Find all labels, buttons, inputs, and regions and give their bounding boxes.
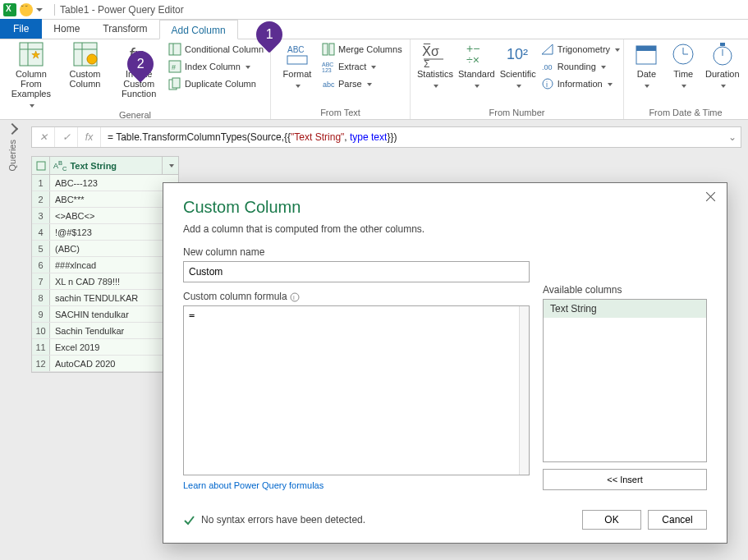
cell[interactable]: SACHIN tendulkar (50, 306, 178, 322)
syntax-message: No syntax errors have been detected. (201, 514, 365, 526)
group-from-number-label: From Number (417, 108, 617, 119)
svg-text:.00: .00 (542, 63, 553, 71)
row-number: 7 (32, 273, 50, 289)
chevron-right-icon (7, 123, 18, 135)
svg-text:Σ: Σ (424, 58, 429, 70)
formula-accept-icon[interactable]: ✓ (55, 127, 78, 147)
cell[interactable]: ABC---123 (50, 175, 178, 190)
table-row[interactable]: 5(ABC) (32, 241, 178, 257)
insert-button[interactable]: << Insert (543, 469, 707, 490)
table-row[interactable]: 10Sachin Tendulkar (32, 323, 178, 339)
column-from-examples-button[interactable]: Column From Examples (7, 41, 56, 110)
conditional-column-button[interactable]: Conditional Column (168, 41, 264, 57)
formula-cancel-icon[interactable]: ✕ (32, 127, 55, 147)
index-column-button[interactable]: # Index Column (168, 58, 264, 75)
formula-editor (183, 305, 530, 475)
cancel-button[interactable]: Cancel (648, 510, 707, 530)
dropdown-icon (719, 80, 726, 90)
cell[interactable]: !@#$123 (50, 224, 178, 240)
svg-rect-17 (323, 44, 328, 55)
dropdown-icon (473, 80, 480, 90)
ok-button[interactable]: OK (582, 510, 641, 530)
table-row[interactable]: 11Excel 2019 (32, 339, 178, 356)
queries-pane-collapsed[interactable]: Queries (0, 120, 25, 560)
fx-icon[interactable]: fx (78, 127, 101, 147)
table-row[interactable]: 9SACHIN tendulkar (32, 306, 178, 323)
tab-transform[interactable]: Transform (91, 19, 158, 39)
duration-button[interactable]: Duration (704, 41, 741, 90)
table-row[interactable]: 7XL n CAD 789!!! (32, 273, 178, 290)
cell[interactable]: <>ABC<> (50, 208, 178, 223)
trigonometry-button[interactable]: Trigonometry (541, 41, 620, 57)
rounding-button[interactable]: .00 Rounding (541, 58, 620, 75)
column-filter-button[interactable] (162, 157, 178, 174)
standard-label: Standard (458, 69, 495, 79)
tab-add-column[interactable]: Add Column (159, 20, 238, 39)
new-column-name-input[interactable] (183, 261, 530, 282)
svg-text:ABC: ABC (322, 62, 333, 67)
standard-button[interactable]: +−÷× Standard (458, 41, 495, 90)
format-button[interactable]: ABC Format (278, 41, 317, 90)
tab-home[interactable]: Home (42, 19, 91, 39)
table-row[interactable]: 1ABC---123 (32, 175, 178, 191)
table-row[interactable]: 4!@#$123 (32, 224, 178, 241)
grid-corner-button[interactable] (32, 157, 50, 174)
table-icon (36, 161, 46, 171)
merge-columns-button[interactable]: Merge Columns (322, 41, 402, 57)
date-label: Date (637, 69, 656, 79)
extract-label: Extract (338, 62, 366, 71)
formula-textarea[interactable] (184, 306, 519, 475)
table-row[interactable]: 8sachin TENDULKAR (32, 290, 178, 306)
cell[interactable]: (ABC) (50, 241, 178, 256)
svg-text:123: 123 (322, 67, 332, 73)
information-button[interactable]: i Information (541, 76, 620, 92)
table-row[interactable]: 12AutoCAD 2020 (32, 356, 178, 372)
statistics-button[interactable]: X̅σΣ Statistics (417, 41, 453, 90)
row-number: 9 (32, 306, 50, 322)
learn-link[interactable]: Learn about Power Query formulas (183, 480, 530, 490)
tab-file[interactable]: File (0, 19, 42, 39)
row-number: 11 (32, 339, 50, 355)
table-row[interactable]: 6###xlncad (32, 257, 178, 273)
cell[interactable]: Excel 2019 (50, 339, 178, 355)
custom-column-button[interactable]: Custom Column (61, 41, 110, 89)
cell[interactable]: ABC*** (50, 191, 178, 207)
dropdown-icon (294, 80, 301, 90)
cell[interactable]: Sachin Tendulkar (50, 323, 178, 338)
qat-dropdown-icon[interactable] (36, 6, 44, 14)
extract-button[interactable]: ABC123 Extract (322, 58, 402, 75)
group-from-datetime: Date Time Duration From Date & Time (624, 39, 747, 119)
scrollbar[interactable] (519, 306, 529, 475)
date-button[interactable]: Date (631, 41, 663, 90)
cell[interactable]: AutoCAD 2020 (50, 356, 178, 371)
conditional-icon (168, 43, 181, 56)
duration-label: Duration (705, 69, 740, 79)
duplicate-column-label: Duplicate Column (185, 79, 256, 89)
custom-column-dialog: Custom Column Add a column that is compu… (163, 182, 727, 544)
parse-button[interactable]: abc Parse (322, 76, 402, 92)
format-icon: ABC (284, 41, 310, 67)
cell[interactable]: XL n CAD 789!!! (50, 273, 178, 289)
smiley-icon[interactable] (20, 3, 33, 16)
table-row[interactable]: 2ABC*** (32, 191, 178, 208)
divider (54, 4, 55, 16)
svg-rect-16 (287, 56, 307, 64)
formula-expand-icon[interactable]: ⌄ (724, 131, 741, 143)
dropdown-icon (613, 44, 620, 54)
svg-point-30 (543, 79, 553, 89)
available-column-item[interactable]: Text String (544, 300, 706, 318)
column-header[interactable]: ABC Text String (50, 157, 162, 174)
formula-input[interactable]: = Table.TransformColumnTypes(Source,{{"T… (101, 131, 724, 143)
close-button[interactable] (704, 190, 718, 204)
time-button[interactable]: Time (668, 41, 700, 90)
info-icon[interactable]: i (290, 292, 300, 302)
cell[interactable]: sachin TENDULKAR (50, 290, 178, 305)
ribbon-tabs: File Home Transform Add Column (0, 20, 748, 39)
table-row[interactable]: 3<>ABC<> (32, 208, 178, 224)
formula-text: = Table.TransformColumnTypes(Source,{{ (108, 131, 291, 143)
calendar-icon (633, 41, 659, 67)
cell[interactable]: ###xlncad (50, 257, 178, 273)
scientific-button[interactable]: 10² Scientific (500, 41, 536, 90)
duplicate-column-button[interactable]: Duplicate Column (168, 76, 264, 92)
callout-1-label: 1 (266, 27, 273, 42)
